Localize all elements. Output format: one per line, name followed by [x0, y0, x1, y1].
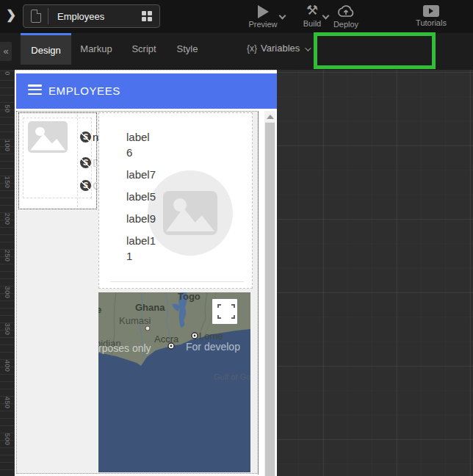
tab-script-label: Script [131, 43, 156, 54]
tab-design[interactable]: Design [21, 33, 71, 65]
map-label-gulf: Gulf of Gui [214, 372, 250, 381]
project-tab-label: Employees [57, 11, 142, 22]
deploy-label: Deploy [323, 20, 369, 29]
list-item-fields: S n S D S C [77, 115, 98, 207]
employee-list-item[interactable]: S n S D S C [18, 112, 97, 209]
map-label-lome: Lome [199, 331, 223, 342]
deploy-cloud-icon [336, 4, 355, 18]
detail-label[interactable]: label9 [126, 211, 172, 226]
play-icon [258, 5, 269, 18]
tab-style-label: Style [177, 43, 198, 54]
tab-markup[interactable]: Markup [71, 33, 121, 65]
ruler-tick: 50 [4, 102, 11, 115]
menu-icon[interactable] [28, 84, 42, 95]
tab-markup-label: Markup [80, 43, 112, 54]
list-field-name[interactable]: S n [80, 131, 98, 143]
binding-icon: S [80, 131, 91, 143]
content-edge-guide [258, 112, 259, 475]
detail-label[interactable]: label7 [126, 167, 172, 182]
binding-icon: S [80, 157, 91, 168]
expand-projects-icon[interactable]: ❯ [6, 8, 16, 23]
map-label-partial: re [98, 304, 101, 315]
tab-style[interactable]: Style [167, 33, 208, 65]
detail-label[interactable]: label 6 [126, 129, 172, 160]
ruler-tick: 450 [4, 396, 11, 409]
detail-labels-column: label 6 label7 label5 label9 label1 1 [126, 129, 172, 270]
app-header-title: EMPLOYEES [48, 84, 120, 97]
variables-chevron-icon [305, 45, 311, 51]
ruler-tick: 200 [4, 212, 11, 226]
divider [110, 281, 244, 282]
editor-toolbar: « Design Markup Script Style {x}Variable… [0, 33, 473, 70]
ruler-tick: 100 [4, 139, 11, 152]
canvas-scrollbar[interactable] [264, 111, 275, 476]
tutorials-label: Tutorials [408, 18, 454, 27]
tab-script[interactable]: Script [121, 33, 167, 65]
list-image-placeholder[interactable] [28, 121, 68, 153]
app-header-bar[interactable]: EMPLOYEES [16, 73, 277, 109]
map-label-kumasi: Kumasi [119, 315, 151, 326]
tutorials-button[interactable]: Tutorials [408, 3, 454, 27]
ruler-tick: 250 [4, 249, 11, 262]
scroll-up-icon[interactable] [264, 111, 275, 122]
preview-label: Preview [240, 20, 286, 29]
variables-label: Variables [261, 43, 300, 54]
ide-window: ❯ Employees Preview ⚒ Build Deploy Tu [0, 0, 473, 476]
list-field-3[interactable]: S C [80, 179, 101, 192]
map-label-togo: Togo [178, 292, 201, 302]
variables-button[interactable]: {x}Variables [247, 43, 309, 54]
variables-icon: {x} [247, 43, 257, 54]
project-tab-employees[interactable]: Employees [23, 4, 160, 28]
google-map[interactable]: Togo Ghana re Kumasi Accra Lome bidjan r… [98, 292, 250, 472]
collapse-panel-icon[interactable]: « [0, 42, 12, 61]
vertical-ruler: 0 50 100 150 200 250 300 350 400 450 500 [0, 70, 15, 476]
divider [48, 8, 48, 24]
binding-icon: S [80, 180, 91, 191]
ruler-tick: 400 [4, 359, 11, 372]
top-toolbar: ❯ Employees Preview ⚒ Build Deploy Tu [0, 0, 473, 33]
ruler-tick: 300 [4, 286, 11, 299]
ruler-tick: 350 [4, 322, 11, 336]
ruler-tick: 0 [4, 67, 11, 80]
ruler-tick: 150 [4, 176, 11, 189]
map-label-ghana: Ghana [135, 302, 165, 313]
list-field-2[interactable]: S D [80, 156, 101, 169]
page-file-icon [31, 10, 41, 23]
detail-label[interactable]: label5 [126, 189, 172, 204]
detail-label[interactable]: label1 1 [126, 233, 172, 264]
tutorials-video-icon [423, 5, 439, 17]
map-fullscreen-button[interactable] [212, 299, 237, 324]
map-watermark-right: For develop [186, 341, 240, 353]
deploy-button[interactable]: Deploy [323, 3, 369, 29]
employee-detail-card[interactable]: label 6 label7 label5 label9 label1 1 [98, 112, 253, 289]
phone-screen-canvas: EMPLOYEES S n S D [15, 70, 277, 476]
ruler-tick: 500 [4, 433, 11, 446]
map-label-accra: Accra [154, 333, 179, 345]
scrollbar-thumb[interactable] [265, 123, 275, 476]
map-watermark-left: rposes only [98, 342, 151, 354]
page-content-area: S n S D S C [16, 111, 259, 474]
pages-grid-icon[interactable] [142, 11, 152, 21]
tab-design-label: Design [31, 45, 60, 56]
